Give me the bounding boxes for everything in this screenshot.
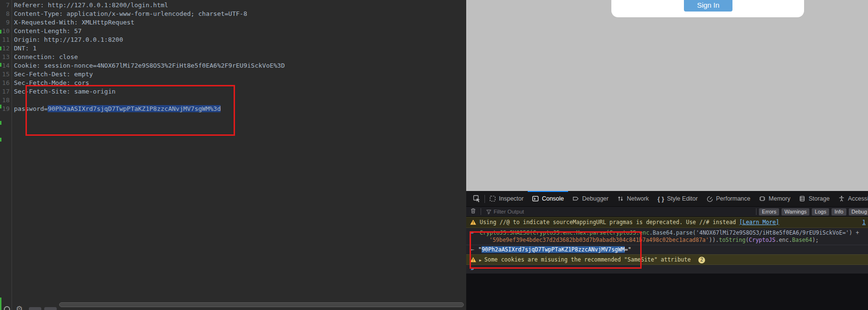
request-line-cookie: 14Cookie: session-nonce=4NOX67lMi72e9S8O…	[0, 61, 461, 70]
warning-icon	[470, 218, 476, 228]
tab-network[interactable]: Network	[613, 191, 653, 206]
line-number: 15	[0, 70, 10, 79]
gutter-change-mark	[0, 138, 1, 142]
repeat-count-badge: 2	[698, 257, 705, 263]
tab-label: Memory	[769, 195, 790, 202]
request-line: 7Referer: http://127.0.0.1:8200/login.ht…	[0, 1, 461, 10]
console-empty-area[interactable]	[466, 274, 868, 310]
tab-accessibility[interactable]: Accessibility	[834, 191, 868, 206]
tab-label: Storage	[808, 195, 830, 202]
tab-label: Accessibility	[848, 195, 868, 202]
cookie-header-name: Cookie: session-nonce=	[14, 62, 97, 69]
filter-logs-button[interactable]: Logs	[812, 208, 829, 215]
memory-icon	[759, 195, 766, 202]
line-number: 8	[0, 10, 10, 18]
header-text: Content-Type: application/x-www-form-url…	[14, 10, 247, 17]
login-card: Sign In	[611, 0, 804, 17]
source-line-link[interactable]: 1	[862, 217, 866, 227]
filter-errors-button[interactable]: Errors	[759, 208, 779, 215]
gutter-change-mark	[0, 121, 1, 125]
request-line: 12DNT: 1	[0, 44, 461, 53]
tab-storage[interactable]: Storage	[794, 191, 834, 206]
line-number: 18	[0, 96, 10, 105]
annotation-rectangle-console	[470, 231, 642, 269]
line-number: 9	[0, 18, 10, 27]
tab-memory[interactable]: Memory	[755, 191, 794, 206]
line-number: 19	[0, 105, 10, 113]
storage-icon	[799, 195, 806, 202]
performance-icon	[707, 195, 713, 202]
tab-label: Network	[627, 195, 649, 202]
header-text: Referer: http://127.0.0.1:8200/login.htm…	[14, 1, 168, 9]
request-line: 13Connection: close	[0, 53, 461, 61]
tab-style-editor[interactable]: { } Style Editor	[653, 191, 702, 206]
request-line: 10Content-Length: 57	[0, 27, 461, 36]
screenshot-root: 7Referer: http://127.0.0.1:8200/login.ht…	[0, 0, 868, 310]
annotation-rectangle-password	[25, 85, 235, 136]
console-filterbar: Filter Output Errors Warnings Logs Info …	[466, 206, 868, 217]
line-number: 10	[0, 27, 10, 36]
editor-bottom-button[interactable]	[44, 307, 57, 310]
filterbar-separator	[756, 208, 756, 215]
debugger-icon	[572, 195, 579, 202]
horizontal-scrollbar[interactable]	[59, 302, 464, 307]
tab-performance[interactable]: Performance	[702, 191, 755, 206]
tab-label: Inspector	[499, 195, 523, 202]
header-text: Sec-Fetch-Dest: empty	[14, 71, 93, 78]
filter-info-button[interactable]: Info	[831, 208, 846, 215]
header-text: DNT: 1	[14, 45, 37, 52]
filter-debug-button[interactable]: Debug	[849, 208, 868, 215]
clear-console-button[interactable]	[466, 207, 481, 216]
trash-icon	[470, 207, 476, 216]
header-text: Content-Length: 57	[14, 27, 82, 35]
request-line: 8Content-Type: application/x-www-form-ur…	[0, 10, 461, 18]
network-icon	[617, 195, 624, 202]
request-line: 9X-Requested-With: XMLHttpRequest	[0, 18, 461, 27]
line-number: 12	[0, 44, 10, 53]
webpage-viewport: Sign In	[466, 0, 868, 191]
header-text: Connection: close	[14, 53, 78, 60]
sign-in-button[interactable]: Sign In	[684, 0, 732, 12]
header-text: Origin: http://127.0.0.1:8200	[14, 36, 123, 43]
filter-output-input[interactable]: Filter Output	[494, 209, 524, 215]
learn-more-link[interactable]: [Learn More]	[739, 219, 779, 226]
console-warning-sourcemap: Using //@ to indicate sourceMappingURL p…	[466, 217, 868, 228]
devtools-tabbar: Inspector Console Debugger Network { } S…	[466, 191, 868, 206]
filter-icon	[481, 209, 494, 215]
inspector-icon	[489, 195, 496, 202]
gutter-change-mark	[0, 298, 1, 310]
editor-bottom-button[interactable]	[29, 307, 41, 310]
request-editor-pane[interactable]: 7Referer: http://127.0.0.1:8200/login.ht…	[0, 0, 466, 310]
tab-label: Performance	[716, 195, 751, 202]
accessibility-icon	[838, 195, 845, 202]
console-icon	[532, 195, 539, 202]
tab-debugger[interactable]: Debugger	[568, 191, 613, 206]
tab-inspector[interactable]: Inspector	[485, 191, 528, 206]
tab-label: Console	[542, 195, 564, 202]
warning-text: Using //@ to indicate sourceMappingURL p…	[480, 219, 739, 226]
line-number: 16	[0, 79, 10, 87]
gear-icon[interactable]: ⚙	[16, 304, 23, 310]
request-line: 15Sec-Fetch-Dest: empty	[0, 70, 461, 79]
request-line: 11Origin: http://127.0.0.1:8200	[0, 36, 461, 44]
magnifier-icon[interactable]	[4, 306, 10, 310]
line-number: 11	[0, 36, 10, 44]
node-picker-icon	[473, 195, 481, 203]
tab-console[interactable]: Console	[528, 191, 568, 206]
filter-warnings-button[interactable]: Warnings	[781, 208, 809, 215]
session-nonce-value: 4NOX67lMi72e9S8OS3%2FiHt8e5f0EA6%2F9rEU9…	[97, 62, 285, 69]
style-editor-icon: { }	[657, 195, 664, 203]
line-number: 7	[0, 1, 10, 10]
node-picker-button[interactable]	[466, 191, 484, 206]
line-number: 13	[0, 53, 10, 61]
line-number: 17	[0, 87, 10, 96]
tab-label: Style Editor	[667, 195, 698, 202]
line-number: 14	[0, 61, 10, 70]
header-text: X-Requested-With: XMLHttpRequest	[14, 19, 134, 26]
tab-label: Debugger	[582, 195, 608, 202]
